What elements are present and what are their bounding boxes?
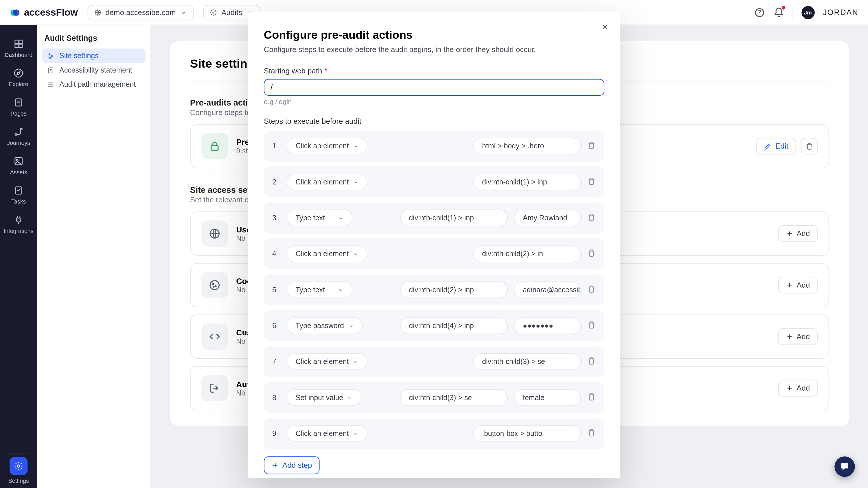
chevron-down-icon xyxy=(353,143,359,149)
chevron-down-icon xyxy=(353,359,359,364)
step-row-1: 1 Click an element xyxy=(264,131,604,162)
step-value[interactable]: Amy Rowland xyxy=(514,209,581,226)
step-action-select[interactable]: Click an element xyxy=(286,425,367,442)
step-number: 9 xyxy=(272,430,281,438)
preaudit-modal: Configure pre-audit actions Configure st… xyxy=(248,12,620,478)
chevron-down-icon xyxy=(353,431,359,436)
step-action-select[interactable]: Click an element xyxy=(286,174,367,191)
step-number: 2 xyxy=(272,178,281,186)
modal-title: Configure pre-audit actions xyxy=(264,29,604,42)
step-row-4: 4 Click an element xyxy=(264,238,604,270)
step-value[interactable]: adinara@accessibe. xyxy=(514,282,581,298)
step-action-select[interactable]: Type password xyxy=(286,318,363,334)
step-action-select[interactable]: Click an element xyxy=(286,353,367,370)
chevron-down-icon xyxy=(338,287,344,293)
step-selector-input[interactable] xyxy=(400,209,508,226)
step-number: 4 xyxy=(272,250,281,258)
step-row-5: 5 Type text adinara@accessibe. xyxy=(264,274,604,305)
step-number: 7 xyxy=(272,358,281,366)
steps-label: Steps to execute before audit xyxy=(264,118,604,126)
chevron-down-icon xyxy=(353,180,359,185)
delete-step-button[interactable] xyxy=(587,213,596,224)
chevron-down-icon xyxy=(347,395,353,400)
step-value[interactable]: ●●●●●●● xyxy=(514,318,581,334)
close-button[interactable] xyxy=(601,23,609,34)
step-row-2: 2 Click an element xyxy=(264,166,604,198)
step-number: 1 xyxy=(272,142,281,150)
chat-fab[interactable] xyxy=(834,456,855,477)
modal-subtitle: Configure steps to execute before the au… xyxy=(264,45,604,54)
delete-step-button[interactable] xyxy=(587,176,596,188)
step-row-3: 3 Type text Amy Rowland xyxy=(264,202,604,234)
delete-step-button[interactable] xyxy=(587,320,596,331)
step-action-select[interactable]: Click an element xyxy=(286,138,367,155)
chevron-down-icon xyxy=(353,251,359,257)
step-action-select[interactable]: Type text xyxy=(286,282,352,298)
chevron-down-icon xyxy=(338,216,344,221)
step-action-select[interactable]: Click an element xyxy=(286,246,367,262)
add-step-button[interactable]: Add step xyxy=(264,456,320,475)
step-selector-input[interactable] xyxy=(400,318,508,334)
step-row-6: 6 Type password ●●●●●●● xyxy=(264,310,604,341)
step-value[interactable]: female xyxy=(514,389,581,406)
delete-step-button[interactable] xyxy=(587,428,596,439)
chevron-down-icon xyxy=(348,323,353,329)
delete-step-button[interactable] xyxy=(587,248,596,260)
modal-overlay: Configure pre-audit actions Configure st… xyxy=(0,0,868,488)
step-number: 3 xyxy=(272,214,281,222)
step-selector-input[interactable] xyxy=(473,353,581,370)
step-selector-input[interactable] xyxy=(473,246,581,262)
step-number: 5 xyxy=(272,286,281,294)
step-selector-input[interactable] xyxy=(473,138,581,155)
step-selector-input[interactable] xyxy=(400,389,508,406)
delete-step-button[interactable] xyxy=(587,140,596,152)
step-action-select[interactable]: Type text xyxy=(286,209,352,226)
starting-path-input[interactable] xyxy=(264,79,604,96)
delete-step-button[interactable] xyxy=(587,392,596,403)
step-action-select[interactable]: Set input value xyxy=(286,389,362,406)
step-selector-input[interactable] xyxy=(400,282,508,298)
delete-step-button[interactable] xyxy=(587,356,596,367)
step-row-8: 8 Set input value female xyxy=(264,382,604,414)
step-selector-input[interactable] xyxy=(473,174,581,191)
step-number: 6 xyxy=(272,322,281,330)
step-row-7: 7 Click an element xyxy=(264,346,604,378)
step-selector-input[interactable] xyxy=(473,425,581,442)
path-hint: e.g /login xyxy=(264,98,604,105)
path-label: Starting web path * xyxy=(264,67,604,75)
step-number: 8 xyxy=(272,393,281,402)
step-row-9: 9 Click an element xyxy=(264,418,604,449)
delete-step-button[interactable] xyxy=(587,284,596,295)
